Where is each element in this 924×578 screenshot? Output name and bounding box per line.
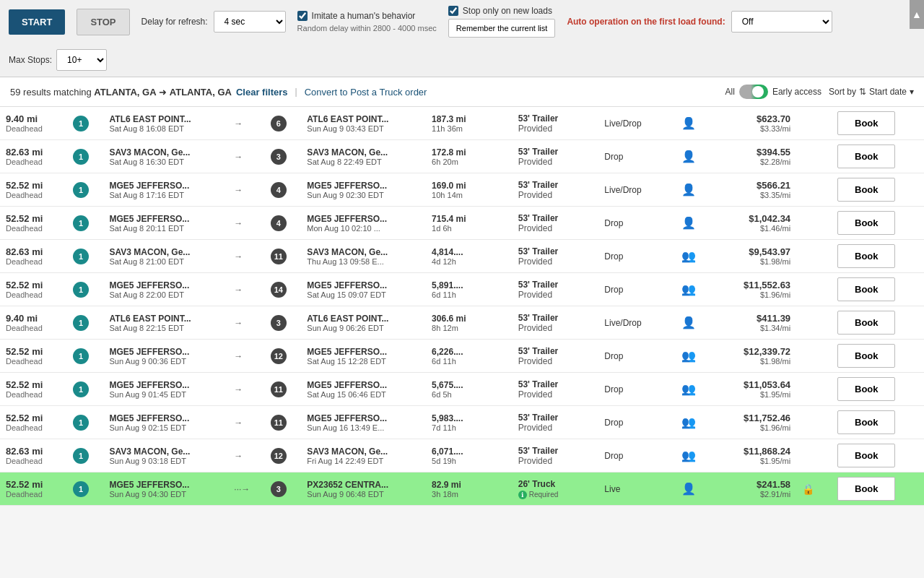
dest-stop-badge: 12 bbox=[271, 348, 287, 364]
book-button[interactable]: Book bbox=[837, 244, 895, 268]
trailer-type: 53' Trailer bbox=[518, 346, 593, 356]
origin-time: Sat Aug 8 16:08 EDT bbox=[110, 124, 223, 133]
price-cell: $411.39 $1.34/mi bbox=[710, 306, 797, 340]
filter-bar: 59 results matching ATLANTA, GA ➜ ATLANT… bbox=[0, 77, 924, 107]
hint-text: Random delay within 2800 - 4000 msec bbox=[297, 24, 437, 33]
delay-select[interactable]: 4 sec 2 sec 6 sec bbox=[214, 11, 286, 33]
origin-time: Sat Aug 8 21:00 EDT bbox=[110, 257, 223, 266]
clear-filters-button[interactable]: Clear filters bbox=[236, 87, 288, 98]
book-button[interactable]: Book bbox=[837, 377, 895, 401]
origin-name: MGE5 JEFFERSO... bbox=[110, 413, 223, 423]
imitate-checkbox-group: Imitate a human's behavior bbox=[297, 11, 437, 21]
book-cell[interactable]: Book bbox=[832, 273, 924, 306]
results-count: 59 bbox=[10, 87, 20, 98]
collapse-arrow[interactable]: ▲ bbox=[910, 0, 924, 29]
origin-badge-cell: 1 bbox=[67, 240, 104, 273]
trailer-type: 53' Trailer bbox=[518, 446, 593, 456]
book-button[interactable]: Book bbox=[837, 111, 895, 135]
book-button[interactable]: Book bbox=[837, 178, 895, 202]
auto-op-select[interactable]: Off On bbox=[731, 11, 832, 33]
book-button[interactable]: Book bbox=[837, 444, 895, 467]
load-type: Live/Drop bbox=[598, 107, 675, 140]
trip-mi: 5,675.... bbox=[432, 380, 507, 390]
stop-new-loads-checkbox[interactable] bbox=[448, 6, 458, 16]
trip-time: 4d 12h bbox=[432, 257, 507, 266]
results-text: 59 results matching ATLANTA, GA ➜ ATLANT… bbox=[10, 87, 232, 98]
book-cell[interactable]: Book bbox=[832, 406, 924, 439]
dest-stop-badge: 4 bbox=[271, 182, 287, 198]
dest-time: Thu Aug 13 09:58 E... bbox=[307, 257, 420, 266]
dest-location: PX23652 CENTRA... Sun Aug 9 06:48 EDT bbox=[301, 473, 426, 506]
dest-name: SAV3 MACON, Ge... bbox=[307, 247, 420, 257]
origin-badge-cell: 1 bbox=[67, 173, 104, 207]
dest-stop-badge: 3 bbox=[271, 481, 287, 497]
book-cell[interactable]: Book bbox=[832, 373, 924, 406]
dest-stop-badge: 11 bbox=[271, 381, 287, 397]
price-main: $11,868.24 bbox=[716, 446, 791, 457]
price-cell: $1,042.34 $1.46/mi bbox=[710, 207, 797, 240]
origin-location: ATL6 EAST POINT... Sat Aug 8 16:08 EDT bbox=[104, 107, 229, 140]
stop-button[interactable]: STOP bbox=[77, 9, 129, 35]
book-cell[interactable]: Book bbox=[832, 240, 924, 273]
book-button[interactable]: Book bbox=[837, 211, 895, 235]
convert-to-post-button[interactable]: Convert to Post a Truck order bbox=[305, 87, 427, 98]
lock-cell bbox=[796, 406, 832, 439]
origin-name: MGE5 JEFFERSO... bbox=[110, 280, 223, 290]
toggle-early-label: Early access bbox=[772, 87, 821, 97]
trailer-sub: Provided bbox=[518, 456, 593, 466]
origin-badge-cell: 1 bbox=[67, 406, 104, 439]
origin-location: SAV3 MACON, Ge... Sat Aug 8 16:30 EDT bbox=[104, 140, 229, 173]
origin-badge-cell: 1 bbox=[67, 273, 104, 306]
sort-button[interactable]: Sort by ⇅ Start date ▾ bbox=[829, 87, 914, 97]
book-button[interactable]: Book bbox=[837, 311, 895, 335]
dest-name: MGE5 JEFFERSO... bbox=[307, 280, 420, 290]
load-type: Drop bbox=[598, 140, 675, 173]
origin-stop-badge: 1 bbox=[73, 415, 89, 431]
origin-location: MGE5 JEFFERSO... Sat Aug 8 17:16 EDT bbox=[104, 173, 229, 207]
auto-op-label: Auto operation on the first load found: bbox=[567, 17, 725, 27]
book-button[interactable]: Book bbox=[837, 277, 895, 301]
trip-mi: 4,814.... bbox=[432, 247, 507, 257]
book-cell[interactable]: Book bbox=[832, 107, 924, 140]
book-button[interactable]: Book bbox=[837, 410, 895, 434]
book-cell[interactable]: Book bbox=[832, 439, 924, 473]
early-access-toggle[interactable] bbox=[739, 85, 768, 99]
deadhead-distance: 82.63 mi Deadhead bbox=[0, 439, 67, 473]
trailer-type: 53' Trailer bbox=[518, 313, 593, 323]
book-cell[interactable]: Book bbox=[832, 207, 924, 240]
lock-cell bbox=[796, 306, 832, 340]
book-cell[interactable]: Book bbox=[832, 173, 924, 207]
book-cell[interactable]: Book bbox=[832, 140, 924, 173]
max-stops-select[interactable]: 10+ 1 2 5 bbox=[56, 49, 107, 71]
deadhead-mi: 9.40 mi bbox=[6, 313, 61, 324]
book-cell[interactable]: Book bbox=[832, 306, 924, 340]
trip-time: 6d 5h bbox=[432, 390, 507, 399]
price-main: $11,752.46 bbox=[716, 413, 791, 423]
table-row: 9.40 mi Deadhead 1 ATL6 EAST POINT... Sa… bbox=[0, 107, 924, 140]
filter-right: All Early access Sort by ⇅ Start date ▾ bbox=[725, 85, 914, 99]
imitate-checkbox[interactable] bbox=[297, 11, 308, 21]
book-button[interactable]: Book bbox=[837, 144, 895, 168]
trailer-sub: Provided bbox=[518, 256, 593, 267]
start-button[interactable]: START bbox=[9, 9, 65, 35]
route-arrow: → bbox=[228, 240, 265, 273]
deadhead-mi: 9.40 mi bbox=[6, 113, 61, 124]
deadhead-distance: 52.52 mi Deadhead bbox=[0, 340, 67, 373]
deadhead-distance: 52.52 mi Deadhead bbox=[0, 273, 67, 306]
person-icon: 👤 bbox=[681, 316, 696, 329]
book-cell[interactable]: Book bbox=[832, 340, 924, 373]
origin-location: MGE5 JEFFERSO... Sat Aug 8 20:11 EDT bbox=[104, 207, 229, 240]
table-row: 82.63 mi Deadhead 1 SAV3 MACON, Ge... Sa… bbox=[0, 140, 924, 173]
origin-badge-cell: 1 bbox=[67, 340, 104, 373]
sort-icon: ⇅ bbox=[859, 87, 866, 97]
dest-badge-cell: 12 bbox=[265, 439, 302, 473]
book-button[interactable]: Book bbox=[837, 344, 895, 368]
trailer-type: 53' Trailer bbox=[518, 213, 593, 223]
book-button[interactable]: Book bbox=[837, 477, 895, 501]
trip-distance: 5,891.... 6d 11h bbox=[426, 273, 513, 306]
deadhead-label: Deadhead bbox=[6, 191, 61, 199]
book-cell[interactable]: Book bbox=[832, 473, 924, 506]
price-cell: $12,339.72 $1.98/mi bbox=[710, 340, 797, 373]
price-per-mile: $1.98/mi bbox=[716, 357, 791, 366]
remember-button[interactable]: Remember the current list bbox=[448, 19, 556, 38]
